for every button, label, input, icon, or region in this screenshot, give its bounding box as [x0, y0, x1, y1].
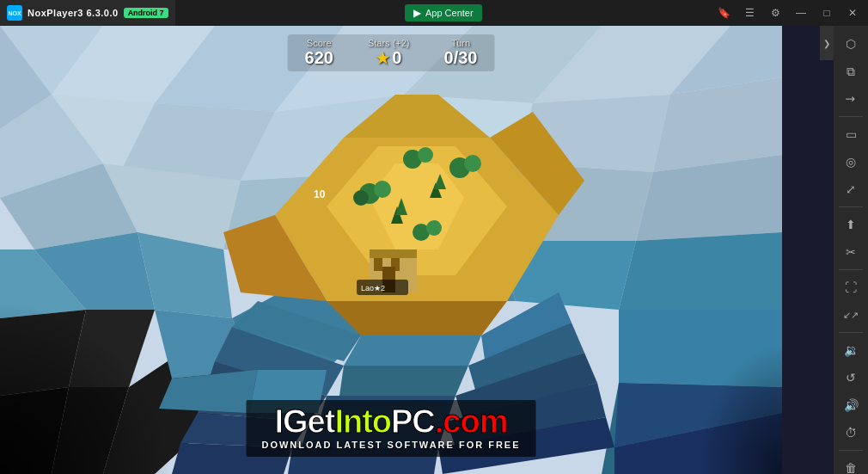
cursor-icon[interactable]: ⬡ — [835, 31, 866, 57]
sidebar-divider-4 — [839, 332, 863, 333]
bookmark-button[interactable]: 🔖 — [712, 3, 736, 22]
scissors-icon[interactable]: ✂ — [835, 239, 866, 265]
maximize-button[interactable]: □ — [815, 3, 839, 22]
watermark-pc: PC — [391, 403, 435, 440]
external-link-icon[interactable]: ↗ — [834, 79, 868, 120]
volume-down-icon[interactable]: 🔉 — [835, 337, 866, 363]
nox-logo: nox NoxPlayer3 6.3.0.0 Android 7 — [0, 0, 175, 26]
hud-stars: Stars (+2) ★ 0 — [368, 38, 410, 68]
svg-point-64 — [374, 181, 391, 198]
window-controls: 🔖 ☰ ⚙ — □ ✕ — [712, 3, 868, 22]
watermark-subtitle: Download Latest Software for Free — [261, 440, 520, 450]
nox-logo-icon: nox — [7, 5, 22, 21]
sidebar-collapse-button[interactable]: ❯ — [820, 26, 834, 60]
score-label: Score — [307, 38, 332, 48]
volume-up-icon[interactable]: 🔊 — [835, 392, 866, 418]
hud-score: Score 620 — [305, 38, 333, 68]
app-center-button[interactable]: ▶ App Center — [405, 4, 482, 22]
sidebar-divider-5 — [839, 450, 863, 451]
clock-icon[interactable]: ⏱ — [835, 420, 866, 446]
menu-button[interactable]: ☰ — [737, 3, 761, 22]
score-value: 620 — [305, 48, 333, 68]
svg-rect-78 — [374, 258, 382, 271]
svg-marker-33 — [619, 232, 782, 310]
turn-label: Turn — [451, 38, 470, 48]
hud-turn: Turn 0/30 — [444, 38, 478, 68]
chevron-right-icon: ❯ — [823, 39, 830, 48]
title-bar: nox NoxPlayer3 6.3.0.0 Android 7 ▶ App C… — [0, 0, 868, 26]
svg-point-67 — [418, 147, 433, 163]
location-icon[interactable]: ◎ — [835, 149, 866, 175]
app-center-label: App Center — [425, 8, 474, 18]
turn-value: 0/30 — [444, 48, 478, 68]
stars-value: ★ 0 — [376, 48, 401, 68]
svg-marker-53 — [619, 310, 782, 387]
star-icon: ★ — [376, 49, 389, 68]
stars-count: 0 — [392, 48, 401, 68]
sidebar-divider-2 — [839, 206, 863, 207]
stars-label: Stars (+2) — [368, 38, 410, 48]
app-name: NoxPlayer3 6.3.0.0 — [28, 8, 119, 18]
right-sidebar: ⬡ ⧉ ↗ ▭ ◎ ⤢ ⬆ ✂ ⛶ ↙↗ 🔉 ↺ 🔊 ⏱ 🗑 🎬 ••• ↩ ⚙… — [834, 26, 868, 474]
svg-rect-77 — [370, 249, 417, 258]
nox-logo-text: nox — [8, 10, 21, 16]
watermark-into: Into — [334, 403, 391, 440]
fullscreen-icon[interactable]: ⛶ — [835, 274, 866, 300]
shrink-icon[interactable]: ↙↗ — [835, 302, 866, 328]
svg-text:10: 10 — [314, 188, 326, 200]
svg-point-69 — [464, 155, 481, 172]
watermark-iget: IGet — [274, 403, 334, 440]
game-view: 10 Lao★2 Score 620 Stars (+2) ★ 0 Turn 0… — [0, 26, 782, 474]
watermark-dotcom: .com — [435, 403, 508, 440]
watermark: IGetIntoPC.com Download Latest Software … — [246, 400, 535, 457]
title-bar-center: ▶ App Center — [175, 4, 712, 22]
minimize-button[interactable]: — — [789, 3, 813, 22]
svg-point-65 — [353, 190, 369, 206]
svg-marker-43 — [344, 335, 481, 366]
svg-point-71 — [426, 220, 442, 236]
svg-text:Lao★2: Lao★2 — [361, 284, 385, 292]
watermark-title: IGetIntoPC.com — [261, 405, 520, 438]
import-icon[interactable]: ⬆ — [835, 212, 866, 237]
play-icon: ▶ — [413, 7, 421, 19]
expand-icon[interactable]: ⤢ — [835, 176, 866, 202]
game-hud: Score 620 Stars (+2) ★ 0 Turn 0/30 — [288, 34, 495, 71]
close-button[interactable]: ✕ — [840, 3, 865, 22]
settings-button[interactable]: ⚙ — [763, 3, 787, 22]
sidebar-divider-3 — [839, 269, 863, 270]
main-content: 10 Lao★2 Score 620 Stars (+2) ★ 0 Turn 0… — [0, 26, 782, 474]
svg-marker-46 — [339, 366, 468, 396]
watermark-box: IGetIntoPC.com Download Latest Software … — [246, 400, 535, 457]
android-badge: Android 7 — [124, 8, 168, 18]
screen-icon[interactable]: ▭ — [835, 121, 866, 147]
trash-icon[interactable]: 🗑 — [835, 455, 866, 474]
rotate-icon[interactable]: ↺ — [835, 365, 866, 391]
